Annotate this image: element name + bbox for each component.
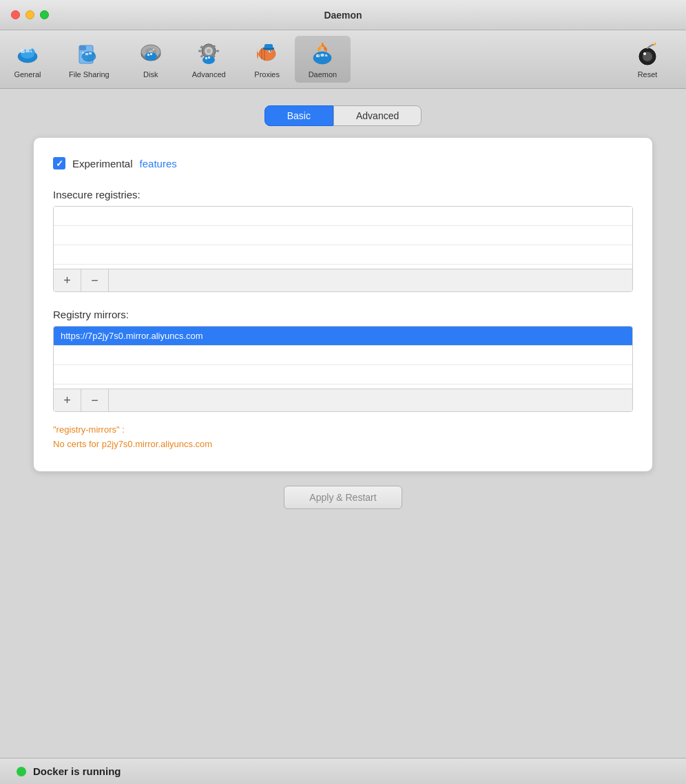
advanced-icon: [195, 40, 222, 68]
svg-point-57: [318, 55, 319, 56]
status-dot: [17, 767, 26, 776]
warning-line-2: No certs for p2jy7s0.mirror.aliyuncs.com: [53, 437, 633, 452]
svg-point-60: [643, 52, 646, 55]
features-link[interactable]: features: [140, 158, 177, 169]
advanced-label: Advanced: [192, 70, 226, 79]
daemon-label: Daemon: [309, 70, 337, 79]
general-icon: [14, 40, 41, 68]
registry-mirrors-remove-button[interactable]: −: [81, 389, 109, 411]
warning-line-1: "registry-mirrors" :: [53, 423, 633, 437]
insecure-registries-label: Insecure registries:: [53, 189, 633, 200]
registry-mirror-row-0[interactable]: https://7p2jy7s0.mirror.aliyuncs.com: [54, 327, 632, 346]
checkmark-icon: ✓: [56, 159, 63, 168]
insecure-registries-footer: + −: [54, 269, 632, 291]
status-bar: Docker is running: [0, 758, 686, 784]
file-sharing-svg-icon: [76, 41, 101, 66]
main-content: Basic Advanced ✓ Experimental features I…: [0, 89, 686, 758]
toolbar-item-proxies[interactable]: Proxies: [240, 36, 295, 83]
disk-icon: [137, 40, 165, 68]
experimental-label: Experimental: [72, 158, 133, 169]
title-bar: Daemon: [0, 0, 686, 30]
file-sharing-label: File Sharing: [69, 70, 110, 79]
svg-rect-8: [79, 45, 86, 50]
general-label: General: [14, 70, 41, 79]
toolbar-item-file-sharing[interactable]: File Sharing: [55, 36, 123, 83]
svg-rect-31: [198, 50, 201, 52]
svg-rect-23: [147, 54, 149, 56]
toolbar-item-daemon[interactable]: Daemon: [295, 36, 351, 83]
registry-mirrors-list[interactable]: https://7p2jy7s0.mirror.aliyuncs.com: [54, 327, 632, 389]
warning-text: "registry-mirrors" : No certs for p2jy7s…: [53, 423, 633, 452]
list-empty-row-2: [54, 226, 632, 245]
disk-label: Disk: [143, 70, 158, 79]
svg-rect-39: [208, 56, 210, 59]
daemon-icon: [309, 40, 336, 68]
general-svg-icon: [15, 41, 40, 66]
reset-label: Reset: [638, 70, 658, 79]
insecure-registries-remove-button[interactable]: −: [81, 269, 109, 291]
svg-rect-49: [263, 48, 274, 50]
mirror-empty-row-2: [54, 365, 632, 384]
proxies-label: Proxies: [254, 70, 280, 79]
svg-rect-3: [21, 50, 25, 53]
toolbar: General File Sharing: [0, 30, 686, 89]
mirror-footer-spacer: [109, 389, 632, 411]
window-title: Daemon: [324, 10, 362, 21]
list-empty-row-1: [54, 207, 632, 226]
svg-rect-32: [216, 50, 219, 52]
disk-svg-icon: [138, 41, 163, 66]
insecure-registries-add-button[interactable]: +: [54, 269, 81, 291]
proxies-svg-icon: [255, 41, 280, 66]
panel: ✓ Experimental features Insecure registr…: [33, 137, 653, 472]
experimental-row: ✓ Experimental features: [53, 157, 633, 169]
svg-point-21: [152, 49, 154, 50]
svg-point-28: [207, 49, 211, 53]
svg-rect-15: [89, 52, 92, 54]
registry-mirrors-label: Registry mirrors:: [53, 309, 633, 320]
reset-icon: [634, 40, 661, 68]
toolbar-item-advanced[interactable]: Advanced: [178, 36, 240, 83]
toolbar-item-reset[interactable]: Reset: [620, 36, 675, 83]
list-footer-spacer: [109, 269, 632, 291]
svg-rect-4: [25, 49, 30, 52]
experimental-checkbox[interactable]: ✓: [53, 157, 65, 169]
svg-rect-24: [150, 53, 152, 55]
svg-rect-53: [321, 54, 324, 56]
mirror-empty-row-1: [54, 346, 632, 365]
minimize-button[interactable]: [25, 10, 34, 19]
tab-bar: Basic Advanced: [264, 105, 422, 126]
registry-mirrors-box: https://7p2jy7s0.mirror.aliyuncs.com + −: [53, 326, 633, 412]
reset-svg-icon: [635, 41, 660, 66]
insecure-registries-list[interactable]: [54, 207, 632, 269]
status-text: Docker is running: [33, 765, 121, 777]
svg-point-62: [654, 43, 655, 44]
svg-rect-48: [264, 44, 273, 49]
close-button[interactable]: [11, 10, 20, 19]
toolbar-item-general[interactable]: General: [0, 36, 55, 83]
proxies-icon: [253, 40, 281, 68]
window-controls: [11, 10, 49, 19]
tab-advanced[interactable]: Advanced: [333, 105, 422, 126]
apply-section: Apply & Restart: [284, 486, 402, 509]
toolbar-item-disk[interactable]: Disk: [123, 36, 178, 83]
registry-mirrors-footer: + −: [54, 389, 632, 411]
insecure-registries-box: + −: [53, 206, 633, 292]
file-sharing-icon: [75, 40, 103, 68]
svg-rect-38: [205, 57, 207, 59]
advanced-svg-icon: [196, 41, 221, 66]
tab-basic[interactable]: Basic: [264, 105, 333, 126]
svg-point-44: [269, 50, 271, 52]
svg-rect-14: [85, 53, 88, 55]
maximize-button[interactable]: [40, 10, 49, 19]
svg-rect-29: [208, 43, 210, 46]
apply-restart-button[interactable]: Apply & Restart: [284, 486, 402, 509]
list-empty-row-3: [54, 245, 632, 265]
registry-mirrors-add-button[interactable]: +: [54, 389, 81, 411]
daemon-svg-icon: [310, 41, 335, 66]
